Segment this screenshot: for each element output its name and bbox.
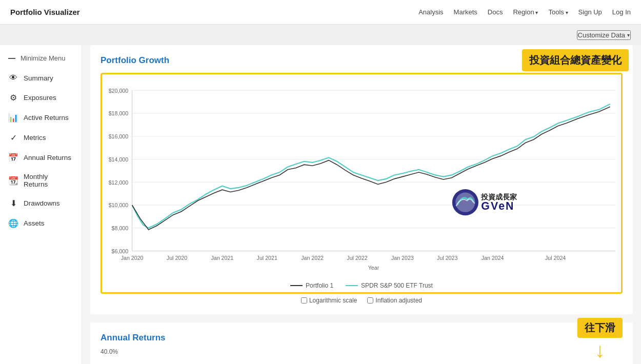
inflation-label: Inflation adjusted bbox=[375, 297, 422, 304]
sidebar-item-assets[interactable]: 🌐 Assets bbox=[0, 213, 82, 233]
monthly-returns-icon: 📆 bbox=[8, 176, 18, 186]
sidebar-assets-label: Assets bbox=[24, 219, 45, 227]
portfolio-chart-svg: $20,000 $18,000 $16,000 $14,000 $12,000 … bbox=[102, 79, 621, 276]
legend-spdr: SPDR S&P 500 ETF Trust bbox=[346, 282, 433, 289]
sidebar-item-metrics[interactable]: ✓ Metrics bbox=[0, 128, 82, 148]
spdr-line-icon bbox=[346, 285, 358, 286]
sidebar-summary-label: Summary bbox=[24, 74, 53, 82]
x-jan2023: Jan 2023 bbox=[391, 255, 414, 261]
sidebar-item-drawdowns[interactable]: ⬇ Drawdowns bbox=[0, 193, 82, 213]
y-label-14k: $14,000 bbox=[109, 156, 129, 163]
customize-data-button[interactable]: Customize Data bbox=[577, 30, 631, 40]
svg-text:GVeN: GVeN bbox=[481, 200, 514, 212]
x-jul2020: Jul 2020 bbox=[167, 255, 187, 261]
inflation-option[interactable]: Inflation adjusted bbox=[367, 297, 422, 304]
portfolio-growth-card: 投資組合總資產變化 Portfolio Growth $20,000 $18,0… bbox=[90, 45, 633, 314]
brand-watermark: 投資成長家 GVeN bbox=[452, 189, 517, 215]
y-label-12k: $12,000 bbox=[109, 179, 129, 186]
topnav: Portfolio Visualizer Analysis Markets Do… bbox=[0, 0, 641, 25]
y-label-18k: $18,000 bbox=[109, 110, 129, 116]
x-axis-title: Year bbox=[368, 265, 379, 271]
minimize-icon bbox=[8, 58, 15, 59]
nav-docs[interactable]: Docs bbox=[488, 8, 503, 16]
y-label-6k: $6,000 bbox=[112, 248, 129, 254]
brand-name: Portfolio Visualizer bbox=[10, 8, 80, 16]
sidebar-annual-returns-label: Annual Returns bbox=[24, 154, 71, 161]
nav-tools[interactable]: Tools bbox=[548, 8, 568, 16]
x-jan2020: Jan 2020 bbox=[121, 255, 144, 261]
y-label-20k: $20,000 bbox=[109, 88, 129, 94]
x-jan2021: Jan 2021 bbox=[211, 255, 233, 261]
spdr-legend-label: SPDR S&P 500 ETF Trust bbox=[361, 282, 433, 289]
log-scale-checkbox[interactable] bbox=[301, 297, 307, 304]
drawdowns-icon: ⬇ bbox=[8, 198, 18, 208]
exposures-icon: ⚙ bbox=[8, 93, 18, 103]
annual-returns-title: Annual Returns bbox=[101, 333, 623, 343]
nav-region[interactable]: Region bbox=[513, 8, 538, 16]
sidebar-monthly-returns-label: Monthly Returns bbox=[24, 173, 73, 188]
sidebar: Minimize Menu 👁 Summary ⚙ Exposures 📊 Ac… bbox=[0, 45, 82, 364]
y-label-16k: $16,000 bbox=[109, 133, 129, 139]
scroll-annotation: 往下滑 ↓ bbox=[577, 318, 623, 360]
portfolio-legend-label: Portfolio 1 bbox=[306, 282, 333, 289]
sidebar-active-returns-label: Active Returns bbox=[24, 114, 69, 122]
annual-returns-icon: 📅 bbox=[8, 153, 18, 163]
legend-portfolio: Portfolio 1 bbox=[290, 282, 333, 289]
scroll-arrow-down: ↓ bbox=[595, 340, 605, 360]
sidebar-metrics-label: Metrics bbox=[24, 134, 46, 141]
portfolio1-line bbox=[132, 107, 610, 230]
log-scale-option[interactable]: Logarithmic scale bbox=[301, 297, 357, 304]
sidebar-item-monthly-returns[interactable]: 📆 Monthly Returns bbox=[0, 168, 82, 193]
metrics-icon: ✓ bbox=[8, 133, 18, 143]
sidebar-item-summary[interactable]: 👁 Summary bbox=[0, 68, 82, 88]
sidebar-item-annual-returns[interactable]: 📅 Annual Returns bbox=[0, 148, 82, 168]
annotation-box: 投資組合總資產變化 bbox=[522, 49, 629, 71]
eye-icon: 👁 bbox=[8, 73, 18, 83]
content-area: 投資組合總資產變化 Portfolio Growth $20,000 $18,0… bbox=[82, 45, 641, 364]
chart-options: Logarithmic scale Inflation adjusted bbox=[101, 297, 623, 304]
sidebar-item-active-returns[interactable]: 📊 Active Returns bbox=[0, 108, 82, 128]
sidebar-minimize[interactable]: Minimize Menu bbox=[0, 50, 82, 66]
x-jul2022: Jul 2022 bbox=[347, 255, 367, 261]
annual-returns-card: Annual Returns 40.0% 往下滑 ↓ bbox=[90, 322, 633, 364]
nav-markets[interactable]: Markets bbox=[454, 8, 477, 16]
nav-analysis[interactable]: Analysis bbox=[418, 8, 443, 16]
main-layout: Minimize Menu 👁 Summary ⚙ Exposures 📊 Ac… bbox=[0, 45, 641, 364]
nav-links: Analysis Markets Docs Region Tools Sign … bbox=[418, 8, 631, 16]
nav-login[interactable]: Log In bbox=[612, 8, 631, 16]
subtoolbar: Customize Data bbox=[0, 25, 641, 45]
sidebar-drawdowns-label: Drawdowns bbox=[24, 199, 60, 207]
chart-legend: Portfolio 1 SPDR S&P 500 ETF Trust bbox=[102, 282, 621, 289]
x-jul2021: Jul 2021 bbox=[257, 255, 277, 261]
y-label-8k: $8,000 bbox=[112, 225, 129, 231]
portfolio-chart-container: $20,000 $18,000 $16,000 $14,000 $12,000 … bbox=[101, 73, 623, 294]
x-jul2023: Jul 2023 bbox=[437, 255, 457, 261]
sidebar-item-exposures[interactable]: ⚙ Exposures bbox=[0, 88, 82, 108]
scroll-label: 往下滑 bbox=[577, 318, 623, 338]
assets-icon: 🌐 bbox=[8, 218, 18, 228]
spdr-line bbox=[132, 104, 610, 228]
active-returns-icon: 📊 bbox=[8, 113, 18, 123]
inflation-checkbox[interactable] bbox=[367, 297, 373, 304]
log-scale-label: Logarithmic scale bbox=[309, 297, 357, 304]
sidebar-exposures-label: Exposures bbox=[24, 94, 56, 102]
x-jan2022: Jan 2022 bbox=[301, 255, 324, 261]
portfolio-line-icon bbox=[290, 285, 303, 286]
y-label-10k: $10,000 bbox=[109, 202, 129, 208]
sidebar-minimize-label: Minimize Menu bbox=[21, 54, 65, 62]
x-jan2024: Jan 2024 bbox=[482, 255, 504, 261]
nav-signup[interactable]: Sign Up bbox=[578, 8, 602, 16]
annual-returns-y-start: 40.0% bbox=[101, 348, 623, 355]
x-jul2024: Jul 2024 bbox=[545, 255, 566, 261]
